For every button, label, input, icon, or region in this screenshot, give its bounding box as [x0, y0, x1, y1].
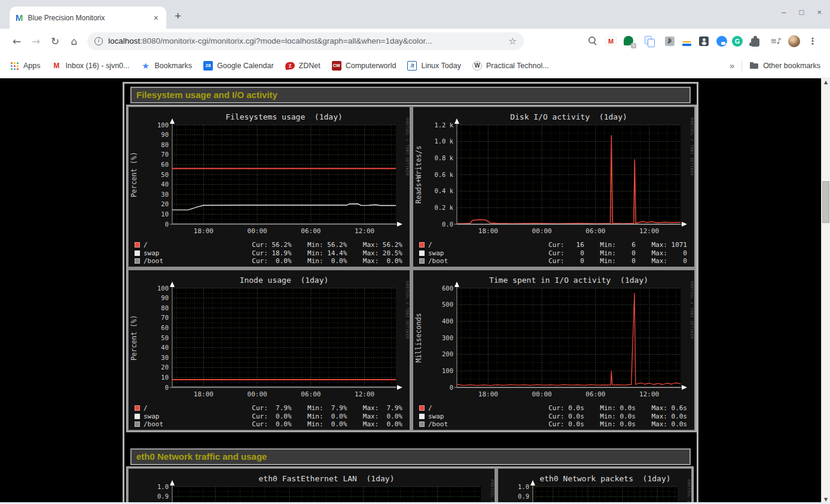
x-tick-label: 18:00 — [194, 390, 213, 398]
y-tick-label: 30 — [161, 191, 169, 198]
chart-panel-eth0_packets[interactable]: 0.00.10.20.30.40.50.60.70.80.91.018:0000… — [498, 469, 691, 504]
y-tick-label: 300 — [442, 334, 453, 341]
x-tick-label: 12:00 — [639, 227, 659, 235]
maximize-button[interactable]: □ — [800, 8, 804, 17]
zoom-cam-icon[interactable] — [716, 36, 727, 47]
legend-label: / — [144, 241, 148, 249]
y-axis-label: Percent (%) — [130, 152, 138, 197]
legend-label: swap — [144, 413, 160, 420]
rrdtool-watermark: RRDTOOL / TOBI OETIKER — [405, 118, 410, 176]
window-controls: – □ × — [782, 8, 822, 17]
bookmark-item-linuxtoday[interactable]: /tLinux Today — [407, 61, 461, 71]
books-icon[interactable] — [682, 44, 691, 46]
legend-stats: Cur: 16 Min: 6 Max: 1071 — [548, 241, 687, 249]
y-tick-label: 0.9 — [157, 493, 169, 500]
x-tick-label: 06:00 — [585, 227, 605, 235]
reload-button[interactable]: ↻ — [45, 35, 65, 47]
legend-swatch-icon — [419, 414, 425, 419]
y-tick-label: 90 — [161, 131, 169, 138]
chart-title: Inode usage (1day) — [240, 276, 329, 285]
y-tick-label: 70 — [161, 151, 169, 158]
page-info-icon[interactable]: i — [94, 37, 103, 45]
bookmark-item-wordpress[interactable]: WPractical Technol... — [472, 61, 549, 71]
y-tick-label: 0.0 — [442, 221, 453, 228]
rrdtool-watermark: RRDTOOL / TOBI OETIKER — [686, 479, 691, 504]
legend-label: /boot — [428, 257, 448, 265]
scrollbar-up-arrow[interactable]: ▲ — [822, 78, 830, 87]
y-tick-label: 400 — [442, 317, 453, 325]
search-icon[interactable] — [585, 33, 600, 49]
bookmark-item-star[interactable]: ★Bookmarks — [141, 61, 193, 71]
chart-panel-eth0_lan[interactable]: 0.00.10.20.30.40.50.60.70.80.91.018:0000… — [129, 469, 495, 504]
bookmark-item-calendar[interactable]: 28Google Calendar — [203, 61, 274, 71]
playlist-icon[interactable]: ≡♪ — [768, 33, 783, 49]
vertical-scrollbar[interactable]: ▲ ▼ — [821, 78, 830, 504]
person-icon[interactable] — [696, 33, 712, 49]
y-tick-label: 600 — [442, 285, 453, 292]
tab-close-icon[interactable]: × — [152, 13, 160, 23]
grammarly-icon[interactable]: G — [732, 36, 743, 47]
minimize-button[interactable]: – — [782, 8, 786, 17]
chart-graph-eth0_lan: 0.00.10.20.30.40.50.60.70.80.91.018:0000… — [129, 469, 495, 504]
bookmarks-divider — [741, 60, 742, 71]
y-tick-label: 1.0 — [157, 483, 169, 490]
legend-row: /bootCur: 0.0% Min: 0.0% Max: 0.0% — [135, 257, 402, 265]
menu-icon[interactable]: ⋮ — [805, 33, 820, 49]
rrdtool-watermark: RRDTOOL / TOBI OETIKER — [405, 281, 410, 339]
y-axis-label: Milliseconds — [414, 313, 423, 362]
scrollbar-thumb[interactable] — [822, 181, 829, 223]
back-button[interactable]: ← — [7, 35, 26, 47]
legend-swatch-icon — [135, 405, 140, 411]
home-button[interactable]: ⌂ — [65, 35, 84, 47]
x-tick-label: 12:00 — [355, 227, 374, 235]
x-tick-label: 06:00 — [585, 390, 605, 398]
chart-panel-inode[interactable]: 010203040506070809010018:0000:0006:0012:… — [129, 270, 410, 430]
zdnet-icon: Z — [285, 61, 295, 69]
x-tick-label: 00:00 — [532, 227, 552, 235]
other-bookmarks-button[interactable]: Other bookmarks — [749, 61, 820, 71]
legend-label: swap — [144, 249, 160, 257]
address-bar[interactable]: i localhost:8080/monitorix-cgi/monitorix… — [87, 32, 524, 50]
page-content: Filesystem usage and I/O activity 010203… — [0, 78, 830, 504]
legend-stats: Cur: 0.0s Min: 0.0s Max: 0.0s — [548, 413, 687, 420]
legend-label: swap — [428, 413, 444, 420]
y-axis-label: Reads+Writes/s — [414, 146, 423, 204]
url-text[interactable]: localhost:8080/monitorix-cgi/monitorix.c… — [108, 36, 432, 45]
chat-icon[interactable] — [621, 33, 637, 49]
bookmark-label: Apps — [23, 62, 41, 70]
bookmark-item-gmail[interactable]: MInbox (16) - sjvn0... — [52, 61, 130, 71]
runner-icon[interactable] — [662, 33, 678, 49]
puzzle-icon[interactable] — [747, 33, 763, 49]
chart-panel-io_time[interactable]: 010020030040050060018:0000:0006:0012:00T… — [413, 270, 694, 430]
bookmark-star-icon[interactable]: ☆ — [509, 36, 517, 47]
rrdtool-watermark: RRDTOOL / TOBI OETIKER — [490, 479, 495, 504]
y-tick-label: 1.0 k — [434, 138, 453, 145]
y-tick-label: 0.2 k — [434, 204, 453, 211]
chart-panel-fs_usage[interactable]: 010203040506070809010018:0000:0006:0012:… — [129, 107, 410, 267]
bookmark-item-cw[interactable]: CWComputerworld — [332, 61, 396, 71]
section-charts-grid: 010203040506070809010018:0000:0006:0012:… — [126, 105, 697, 432]
y-tick-label: 0.6 k — [434, 171, 453, 178]
close-button[interactable]: × — [817, 8, 822, 17]
y-tick-label: 60 — [161, 161, 169, 168]
legend-row: swapCur: 0.0% Min: 0.0% Max: 0.0% — [135, 413, 402, 421]
folder-icon — [749, 61, 759, 71]
browser-tab[interactable]: M Blue Precision Monitorix × — [10, 7, 166, 29]
chart-title: Disk I/O activity (1day) — [510, 112, 627, 121]
x-tick-label: 00:00 — [532, 390, 552, 398]
legend-stats: Cur: 0.0s Min: 0.0s Max: 0.0s — [548, 420, 687, 428]
avatar-icon[interactable] — [788, 35, 800, 47]
y-tick-label: 0.4 k — [434, 187, 453, 194]
legend-swatch-icon — [419, 242, 425, 248]
copy-icon[interactable] — [642, 33, 657, 49]
bookmarks-overflow-chevron[interactable]: » — [730, 61, 734, 71]
new-tab-button[interactable]: + — [175, 10, 181, 23]
gmail-icon[interactable]: M — [605, 36, 617, 45]
forward-button[interactable]: → — [26, 35, 45, 47]
y-tick-label: 0.9 — [518, 493, 529, 500]
y-tick-label: 30 — [161, 354, 169, 361]
chart-panel-disk_io[interactable]: 0.00.2 k0.4 k0.6 k0.8 k1.0 k1.2 k18:0000… — [413, 107, 694, 267]
bookmark-item-zdnet[interactable]: ZZDNet — [285, 62, 321, 70]
bookmark-label: Computerworld — [346, 62, 396, 70]
bookmark-item-apps[interactable]: Apps — [10, 61, 41, 71]
